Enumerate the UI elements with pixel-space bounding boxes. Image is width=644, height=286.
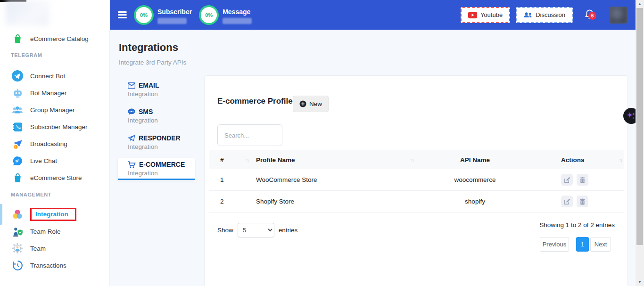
column-header-api-name[interactable]: API Name [415,156,535,163]
sidebar-item-bot-manager[interactable]: Bot Manager [0,84,109,101]
discussion-button-label: Discussion [536,11,565,18]
shopping-bag-icon [11,33,24,45]
user-avatar[interactable] [610,7,627,24]
sidebar-item-label: Subscriber Manager [30,123,88,131]
youtube-button-label: Youtube [480,11,503,18]
integration-circles-icon [11,208,24,221]
message-progress-ring: 0% [199,5,219,25]
main-content: Integrations Integrate 3rd Party APIs EM… [110,30,636,286]
show-label: Show [217,227,233,234]
sidebar-item-label: Connect Bot [30,73,65,80]
delete-button[interactable] [577,196,588,207]
paper-plane-icon [128,135,135,141]
sidebar-item-ecommerce-store[interactable]: eCommerce Store [0,169,109,186]
trash-icon [579,198,586,205]
sidebar-item-label: Transactions [30,262,66,269]
sidebar-item-team[interactable]: Team [0,240,109,257]
sms-bubble-icon [128,108,135,115]
chat-bubble-icon [11,155,24,167]
column-header-actions: Actions↑↓ [535,156,624,163]
sidebar-item-label: Broadcasting [30,140,67,147]
sidebar-item-broadcasting[interactable]: Broadcasting [0,135,109,152]
sort-icon: ↑↓ [411,157,413,163]
history-clock-icon [11,259,24,271]
pagination: Previous 1 Next [540,237,611,252]
current-page-button[interactable]: 1 [576,237,589,252]
message-stat-label: Message [223,8,252,16]
avatar-redacted [610,7,627,24]
profile-name-cell: Shopify Store [250,198,415,205]
api-name-cell: woocommerce [415,176,535,183]
sidebar-item-integration[interactable]: Integration [0,206,109,223]
search-input[interactable] [217,124,282,146]
sidebar-item-label: Integration [35,211,68,218]
hamburger-menu-icon[interactable] [118,10,127,20]
app-logo [6,1,49,25]
sidebar-item-connect-bot[interactable]: Connect Bot [0,67,109,84]
new-profile-button[interactable]: New [293,96,329,112]
telegram-icon [11,70,24,82]
notifications-button[interactable]: 6 [584,8,596,22]
subnav-title: E-COMMERCE [139,161,185,168]
sidebar-item-label: Team [30,245,46,252]
new-button-label: New [309,100,322,107]
sidebar-item-group-manager[interactable]: Group Manager [0,101,109,118]
column-header-num[interactable]: #↑↓ [209,156,250,163]
message-stat-value-redacted [223,18,252,24]
annotation-highlight-box: Integration [30,208,76,221]
message-stat: 0% Message [199,5,252,25]
youtube-icon [468,12,477,18]
subnav-responder-integration[interactable]: RESPONDER Integration [118,132,195,154]
subnav-sms-integration[interactable]: SMS Integration [118,106,195,127]
subscriber-stat-value-redacted [157,18,187,24]
subnav-ecommerce-integration[interactable]: E-COMMERCE Integration [118,158,195,180]
column-header-profile-name[interactable]: Profile Name↑↓ [250,156,415,163]
sidebar-section-telegram: TELEGRAM [0,51,109,59]
next-page-button[interactable]: Next [590,237,611,252]
entries-label: entries [279,227,298,234]
plus-circle-icon [299,100,306,107]
subscriber-progress-ring: 0% [134,5,154,25]
profiles-table: #↑↓ Profile Name↑↓ API Name Actions↑↓ 1 … [209,150,624,212]
subnav-title: RESPONDER [139,134,181,142]
cart-icon [128,161,136,168]
subnav-subtitle: Integration [128,117,195,124]
robot-icon [11,87,24,99]
subnav-subtitle: Integration [128,170,195,177]
showing-entries-text: Showing 1 to 2 of 2 entries [539,221,615,229]
edit-button[interactable] [561,196,573,207]
row-number: 2 [209,198,250,205]
sidebar-item-transactions[interactable]: Transactions [0,257,109,274]
sidebar-item-team-role[interactable]: Team Role [0,223,109,240]
scrollbar-thumb[interactable] [636,8,643,245]
page-title: Integrations [119,41,178,54]
sidebar: eCommerce Catalog TELEGRAM Connect Bot B… [0,0,110,286]
profile-name-cell: WooCommerce Store [250,176,415,183]
sidebar-item-live-chat[interactable]: Live Chat [0,152,109,169]
panel-title: E-commerce Profile [217,97,293,106]
youtube-button[interactable]: Youtube [461,7,510,23]
integration-subnav: EMAIL Integration SMS Integration RESPON… [118,79,195,185]
subscriber-stat: 0% Subscriber [134,5,192,25]
subnav-title: EMAIL [139,82,159,89]
sidebar-item-label: eCommerce Store [30,174,82,181]
topbar: 0% Subscriber 0% Message Youtube [110,0,636,30]
previous-page-button[interactable]: Previous [540,237,569,252]
scroll-down-arrow[interactable]: ▼ [636,278,644,286]
edit-button[interactable] [561,174,573,186]
vertical-scrollbar[interactable]: ▲ ▼ [636,0,644,286]
sidebar-item-ecommerce-catalog[interactable]: eCommerce Catalog [0,30,109,47]
scroll-up-arrow[interactable]: ▲ [636,0,644,8]
subscriber-stat-label: Subscriber [157,8,192,16]
page-size-select[interactable]: 5 [238,223,274,237]
discussion-button[interactable]: Discussion [516,7,573,23]
delete-button[interactable] [577,174,588,186]
sidebar-item-label: Bot Manager [30,90,66,97]
sidebar-item-subscriber-manager[interactable]: Subscriber Manager [0,118,109,135]
edit-pencil-icon [564,198,570,205]
trash-icon [579,177,586,183]
sidebar-section-management: MANAGEMENT [0,190,109,199]
api-name-cell: shopify [415,198,535,205]
subnav-email-integration[interactable]: EMAIL Integration [118,79,195,101]
row-number: 1 [209,176,250,183]
